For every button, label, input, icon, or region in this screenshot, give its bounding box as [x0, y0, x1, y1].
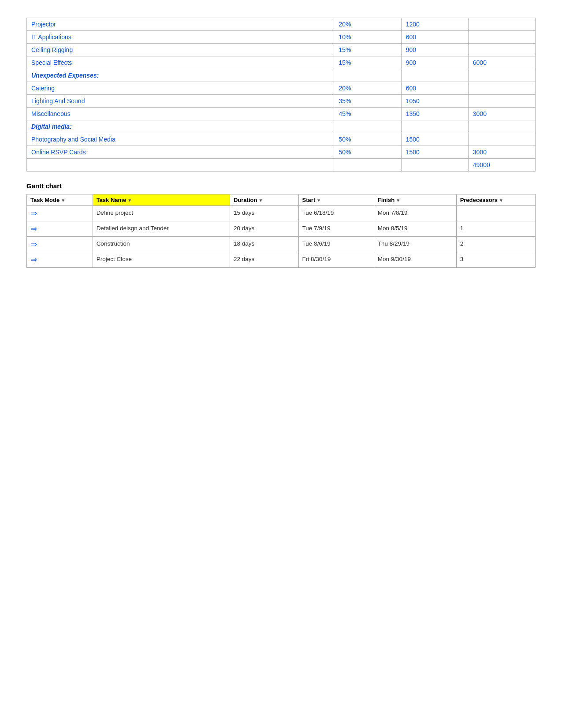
budget-item-pct: 50% [334, 133, 401, 146]
gantt-cell-finish: Mon 7/8/19 [374, 206, 456, 221]
task-mode-icon: ⇒ [30, 224, 37, 233]
gantt-row: ⇒Construction18 daysTue 8/6/19Thu 8/29/1… [27, 237, 536, 252]
budget-item-pct: 15% [334, 44, 401, 56]
budget-item-name: Digital media: [27, 120, 334, 133]
budget-item-name: Lighting And Sound [27, 95, 334, 108]
sort-arrow-icon: ▼ [61, 198, 65, 203]
gantt-col-header-task_name[interactable]: Task Name ▼ [93, 194, 230, 206]
gantt-cell-start: Tue 8/6/19 [298, 237, 374, 252]
budget-item-num: 600 [401, 82, 468, 95]
budget-item-extra [468, 82, 535, 95]
gantt-col-header-start[interactable]: Start ▼ [298, 194, 374, 206]
gantt-cell-task_name: Project Close [93, 252, 230, 268]
budget-item-extra: 3000 [468, 146, 535, 159]
budget-item-pct [334, 120, 401, 133]
budget-item-pct [334, 159, 401, 172]
sort-arrow-icon: ▼ [127, 198, 132, 203]
budget-item-extra [468, 69, 535, 82]
gantt-cell-task_name: Define project [93, 206, 230, 221]
gantt-row: ⇒Detailed deisgn and Tender20 daysTue 7/… [27, 221, 536, 237]
budget-row: Projector20%1200 [27, 18, 536, 31]
budget-table: Projector20%1200IT Applications10%600Cei… [26, 18, 536, 172]
budget-item-num: 1200 [401, 18, 468, 31]
budget-item-extra [468, 95, 535, 108]
budget-item-extra: 49000 [468, 159, 535, 172]
budget-item-name: Ceiling Rigging [27, 44, 334, 56]
budget-item-num: 1500 [401, 133, 468, 146]
budget-item-pct: 20% [334, 18, 401, 31]
budget-item-extra [468, 120, 535, 133]
gantt-cell-task_mode: ⇒ [27, 237, 93, 252]
sort-arrow-icon: ▼ [316, 198, 321, 203]
budget-item-name [27, 159, 334, 172]
gantt-cell-start: Tue 7/9/19 [298, 221, 374, 237]
gantt-chart-label: Gantt chart [26, 182, 536, 190]
budget-item-pct: 50% [334, 146, 401, 159]
budget-item-name: Online RSVP Cards [27, 146, 334, 159]
budget-row: Unexpected Expenses: [27, 69, 536, 82]
budget-item-pct: 15% [334, 56, 401, 69]
budget-item-name: Catering [27, 82, 334, 95]
budget-item-num: 1350 [401, 108, 468, 120]
budget-item-num: 900 [401, 56, 468, 69]
gantt-cell-finish: Thu 8/29/19 [374, 237, 456, 252]
budget-item-extra [468, 133, 535, 146]
budget-item-extra [468, 18, 535, 31]
task-mode-icon: ⇒ [30, 209, 37, 218]
budget-row: Miscellaneous45%13503000 [27, 108, 536, 120]
gantt-cell-predecessors: 3 [456, 252, 535, 268]
budget-item-name: Unexpected Expenses: [27, 69, 334, 82]
budget-row: 49000 [27, 159, 536, 172]
budget-item-num [401, 159, 468, 172]
budget-item-name: Projector [27, 18, 334, 31]
gantt-cell-duration: 20 days [230, 221, 298, 237]
gantt-cell-finish: Mon 9/30/19 [374, 252, 456, 268]
gantt-cell-task_mode: ⇒ [27, 252, 93, 268]
task-mode-icon: ⇒ [30, 255, 37, 264]
gantt-col-header-task_mode[interactable]: Task Mode ▼ [27, 194, 93, 206]
budget-item-extra [468, 31, 535, 44]
budget-item-pct [334, 69, 401, 82]
gantt-cell-predecessors: 2 [456, 237, 535, 252]
budget-row: Ceiling Rigging15%900 [27, 44, 536, 56]
gantt-cell-finish: Mon 8/5/19 [374, 221, 456, 237]
gantt-table: Task Mode ▼Task Name ▼Duration ▼Start ▼F… [26, 194, 536, 268]
gantt-cell-start: Tue 6/18/19 [298, 206, 374, 221]
budget-row: Catering20%600 [27, 82, 536, 95]
budget-row: Lighting And Sound35%1050 [27, 95, 536, 108]
budget-item-num [401, 69, 468, 82]
gantt-row: ⇒Project Close22 daysFri 8/30/19Mon 9/30… [27, 252, 536, 268]
gantt-cell-task_mode: ⇒ [27, 221, 93, 237]
budget-item-name: IT Applications [27, 31, 334, 44]
gantt-cell-start: Fri 8/30/19 [298, 252, 374, 268]
budget-item-pct: 20% [334, 82, 401, 95]
budget-row: Online RSVP Cards50%15003000 [27, 146, 536, 159]
budget-item-num: 600 [401, 31, 468, 44]
gantt-col-header-duration[interactable]: Duration ▼ [230, 194, 298, 206]
gantt-col-header-finish[interactable]: Finish ▼ [374, 194, 456, 206]
budget-item-pct: 35% [334, 95, 401, 108]
task-mode-icon: ⇒ [30, 240, 37, 249]
budget-item-extra: 6000 [468, 56, 535, 69]
sort-arrow-icon: ▼ [499, 198, 503, 203]
budget-row: IT Applications10%600 [27, 31, 536, 44]
budget-item-num: 900 [401, 44, 468, 56]
budget-item-num: 1500 [401, 146, 468, 159]
budget-item-num: 1050 [401, 95, 468, 108]
gantt-cell-predecessors: 1 [456, 221, 535, 237]
budget-item-extra: 3000 [468, 108, 535, 120]
gantt-cell-task_name: Construction [93, 237, 230, 252]
gantt-col-header-predecessors[interactable]: Predecessors ▼ [456, 194, 535, 206]
gantt-cell-duration: 15 days [230, 206, 298, 221]
sort-arrow-icon: ▼ [396, 198, 400, 203]
budget-item-num [401, 120, 468, 133]
budget-item-name: Photography and Social Media [27, 133, 334, 146]
budget-item-pct: 10% [334, 31, 401, 44]
gantt-cell-duration: 22 days [230, 252, 298, 268]
gantt-cell-predecessors [456, 206, 535, 221]
sort-arrow-icon: ▼ [258, 198, 263, 203]
budget-item-name: Miscellaneous [27, 108, 334, 120]
budget-item-name: Special Effects [27, 56, 334, 69]
gantt-cell-duration: 18 days [230, 237, 298, 252]
budget-item-pct: 45% [334, 108, 401, 120]
